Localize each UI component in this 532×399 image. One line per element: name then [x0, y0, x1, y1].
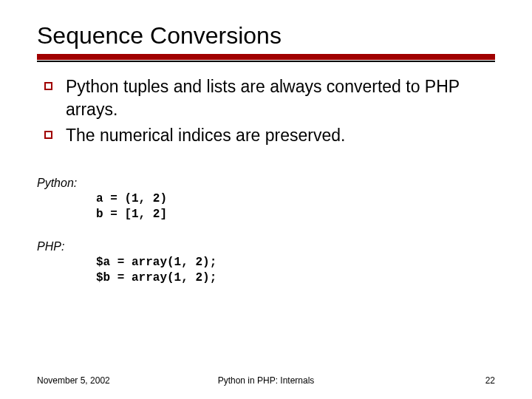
underline-red — [37, 54, 495, 60]
bullet-list: Python tuples and lists are always conve… — [37, 75, 495, 147]
code-block: a = (1, 2) b = [1, 2] — [37, 191, 495, 222]
bullet-item: Python tuples and lists are always conve… — [44, 75, 495, 121]
code-section-php: PHP: $a = array(1, 2); $b = array(1, 2); — [37, 240, 495, 286]
bullet-item: The numerical indices are preserved. — [44, 124, 495, 147]
bullet-marker-icon — [44, 131, 52, 139]
bullet-text: The numerical indices are preserved. — [66, 124, 345, 147]
bullet-marker-icon — [44, 82, 52, 90]
title-underline — [37, 54, 495, 62]
footer-date: November 5, 2002 — [37, 375, 110, 386]
code-label: Python: — [37, 177, 495, 190]
code-block: $a = array(1, 2); $b = array(1, 2); — [37, 255, 495, 286]
code-label: PHP: — [37, 240, 495, 253]
footer-center: Python in PHP: Internals — [218, 375, 315, 386]
slide: Sequence Conversions Python tuples and l… — [0, 0, 532, 399]
slide-title: Sequence Conversions — [37, 22, 495, 50]
footer: November 5, 2002 Python in PHP: Internal… — [37, 375, 495, 386]
code-section-python: Python: a = (1, 2) b = [1, 2] — [37, 177, 495, 222]
bullet-text: Python tuples and lists are always conve… — [66, 75, 495, 121]
underline-black — [37, 61, 495, 62]
footer-page: 22 — [485, 375, 495, 386]
